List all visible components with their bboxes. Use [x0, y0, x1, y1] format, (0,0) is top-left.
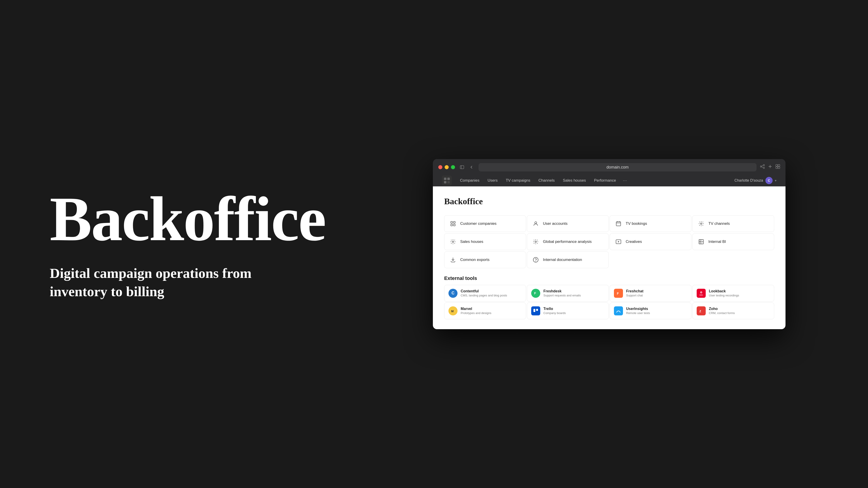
- svg-text:F: F: [617, 292, 619, 295]
- grid-item-sales-houses[interactable]: Sales houses: [444, 233, 526, 250]
- empty-cell-1: [610, 252, 691, 268]
- grid-item-internal-docs[interactable]: Internal documentation: [527, 252, 609, 268]
- ext-info: Lookback User testing recordings: [709, 289, 739, 297]
- grid-item-label: Sales houses: [460, 239, 483, 244]
- grid-item-tv-channels[interactable]: TV channels: [692, 215, 774, 232]
- ext-item-marvel[interactable]: M Marvel Prototypes and designs: [444, 302, 526, 319]
- svg-rect-18: [454, 224, 455, 226]
- traffic-lights: [438, 165, 455, 169]
- hero-title: Backoffice: [50, 187, 301, 251]
- hero-subtitle: Digital campaign operations from invento…: [50, 264, 298, 300]
- ext-item-contentful[interactable]: C Contentful CMS, landing pages and blog…: [444, 285, 526, 302]
- share-button[interactable]: [760, 164, 765, 170]
- ext-desc: Support requests and emails: [544, 294, 581, 297]
- svg-point-19: [535, 222, 537, 224]
- app-logo[interactable]: [442, 175, 452, 186]
- ext-item-freshchat[interactable]: F Freshchat Support chat: [610, 285, 691, 302]
- grid-item-global-performance[interactable]: Global performance analysis: [527, 233, 609, 250]
- grid-item-label: Customer companies: [460, 221, 497, 226]
- new-tab-button[interactable]: [768, 164, 772, 170]
- svg-point-34: [533, 257, 538, 262]
- grid-item-label: Internal BI: [708, 239, 726, 244]
- ext-info: Freshdesk Support requests and emails: [544, 289, 581, 297]
- ext-name: Lookback: [709, 289, 739, 293]
- tabs-button[interactable]: [776, 164, 780, 170]
- ext-desc: Remote user tests: [626, 311, 650, 315]
- svg-rect-8: [778, 164, 780, 166]
- ext-desc: Support chat: [626, 294, 643, 297]
- nav-item-channels[interactable]: Channels: [535, 177, 558, 184]
- ext-name: Zoho: [709, 307, 735, 311]
- svg-rect-14: [447, 181, 450, 184]
- ext-item-lookback[interactable]: Lookback User testing recordings: [692, 285, 774, 302]
- browser-controls: [459, 164, 475, 170]
- ext-desc: CRM, contact forms: [709, 311, 735, 315]
- nav-item-tv-campaigns[interactable]: TV campaigns: [502, 177, 534, 184]
- svg-rect-3: [763, 164, 765, 166]
- settings-icon: [449, 238, 457, 246]
- nav-user[interactable]: Charlotte D'souza C ▾: [735, 177, 776, 184]
- svg-point-26: [535, 241, 537, 242]
- grid-item-creatives[interactable]: Creatives: [610, 233, 691, 250]
- svg-rect-13: [444, 181, 446, 184]
- userinsights-logo: [614, 306, 623, 315]
- svg-text:M: M: [451, 310, 454, 313]
- question-icon: [532, 256, 540, 264]
- svg-rect-47: [533, 309, 535, 312]
- ext-item-userinsights[interactable]: UserInsights Remote user tests: [610, 302, 691, 319]
- ext-desc: CMS, landing pages and blog posts: [461, 294, 507, 297]
- grid-item-internal-bi[interactable]: Internal BI: [692, 233, 774, 250]
- browser-actions: [760, 164, 780, 170]
- zoho-logo: Z: [697, 306, 706, 315]
- grid-item-common-exports[interactable]: Common exports: [444, 252, 526, 268]
- nav-item-companies[interactable]: Companies: [456, 177, 483, 184]
- nav-item-users[interactable]: Users: [484, 177, 501, 184]
- trello-logo: [531, 306, 540, 315]
- lookback-logo: [697, 289, 706, 298]
- settings-icon: [697, 220, 705, 228]
- svg-rect-10: [778, 167, 780, 168]
- address-bar[interactable]: domain.com: [478, 163, 756, 171]
- nav-item-sales-houses[interactable]: Sales houses: [559, 177, 590, 184]
- browser-panel: domain.com: [350, 159, 868, 329]
- svg-point-42: [701, 292, 702, 293]
- ext-item-trello[interactable]: Trello Company boards: [527, 302, 609, 319]
- grid-item-user-accounts[interactable]: User accounts: [527, 215, 609, 232]
- ext-desc: User testing recordings: [709, 294, 739, 297]
- grid-item-label: Internal documentation: [543, 258, 582, 262]
- ext-desc: Prototypes and designs: [461, 311, 491, 315]
- ext-name: Freshdesk: [544, 289, 581, 293]
- nav-items: Companies Users TV campaigns Channels Sa…: [456, 177, 735, 184]
- freshchat-logo: F: [614, 289, 623, 298]
- ext-name: Freshchat: [626, 289, 643, 293]
- ext-info: Trello Company boards: [544, 307, 566, 315]
- svg-text:F: F: [534, 291, 536, 295]
- nav-item-performance[interactable]: Performance: [590, 177, 620, 184]
- marvel-logo: M: [448, 306, 458, 315]
- svg-point-24: [701, 223, 702, 224]
- svg-rect-20: [616, 222, 621, 226]
- svg-point-25: [452, 241, 454, 242]
- ext-info: UserInsights Remote user tests: [626, 307, 650, 315]
- svg-rect-11: [444, 177, 446, 180]
- nav-more-button[interactable]: ···: [620, 177, 629, 184]
- grid-item-label: TV bookings: [626, 221, 647, 226]
- back-button[interactable]: [468, 164, 475, 170]
- browser-nav: Companies Users TV campaigns Channels Sa…: [438, 175, 780, 186]
- calendar-icon: [614, 220, 622, 228]
- backoffice-grid-row1: Customer companies User accounts: [444, 215, 774, 232]
- grid-item-customer-companies[interactable]: Customer companies: [444, 215, 526, 232]
- browser-titlebar: domain.com: [438, 163, 780, 171]
- ext-item-freshdesk[interactable]: F Freshdesk Support requests and emails: [527, 285, 609, 302]
- grid-item-tv-bookings[interactable]: TV bookings: [610, 215, 691, 232]
- ext-item-zoho[interactable]: Z Zoho CRM, contact forms: [692, 302, 774, 319]
- sidebar-toggle-button[interactable]: [459, 164, 465, 170]
- maximize-button[interactable]: [451, 165, 455, 169]
- close-button[interactable]: [438, 165, 442, 169]
- freshdesk-logo: F: [531, 289, 540, 298]
- ext-name: Trello: [544, 307, 566, 311]
- svg-rect-17: [451, 224, 453, 226]
- browser-window: domain.com: [433, 159, 785, 329]
- minimize-button[interactable]: [445, 165, 449, 169]
- contentful-logo: C: [448, 289, 458, 298]
